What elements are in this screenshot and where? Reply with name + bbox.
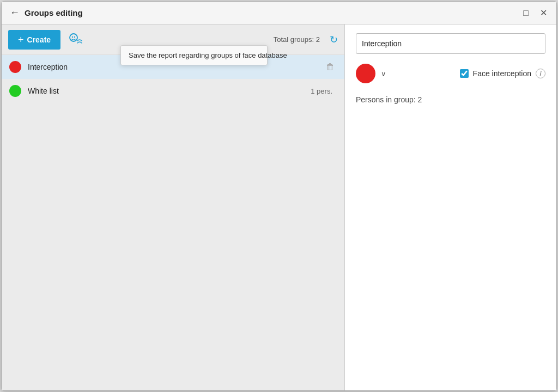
face-interception-checkbox[interactable]: [460, 69, 469, 78]
group-item[interactable]: White list 1 pers.: [2, 79, 344, 103]
plus-icon: +: [18, 35, 24, 45]
persons-count: Persons in group: 2: [356, 95, 545, 104]
delete-group-button[interactable]: 🗑: [324, 60, 337, 74]
main-window: ← Groups editing □ ✕ + Create: [1, 1, 557, 391]
face-db-icon-wrapper: Save the report regarding groups of face…: [66, 30, 86, 50]
minimize-button[interactable]: □: [519, 7, 532, 20]
total-groups-label: Total groups: 2: [274, 35, 320, 44]
face-db-button[interactable]: [66, 30, 86, 50]
group-item-name: Interception: [28, 63, 319, 71]
color-row: ∨ Face interception i: [356, 64, 545, 83]
group-list: Interception 🗑 White list 1 pers.: [2, 55, 344, 390]
svg-point-1: [72, 36, 73, 37]
delete-icon: 🗑: [326, 62, 335, 72]
group-color-dot: [9, 85, 21, 97]
window-title: Groups editing: [25, 8, 519, 17]
refresh-icon: ↻: [330, 34, 338, 45]
create-button[interactable]: + Create: [8, 30, 60, 50]
group-item[interactable]: Interception 🗑: [2, 55, 344, 79]
svg-point-2: [74, 36, 75, 37]
close-button[interactable]: ✕: [537, 7, 550, 20]
group-color-dot: [9, 61, 21, 73]
face-db-icon: [67, 31, 84, 48]
refresh-button[interactable]: ↻: [330, 34, 338, 46]
window-controls: □ ✕: [519, 7, 550, 20]
face-interception-label: Face interception i: [460, 69, 545, 78]
right-panel: ∨ Face interception i Persons in group: …: [345, 24, 556, 390]
left-panel: + Create: [2, 24, 345, 390]
left-toolbar: + Create: [2, 24, 344, 55]
info-icon: i: [536, 69, 545, 78]
back-button[interactable]: ←: [8, 7, 21, 20]
color-picker-button[interactable]: [356, 64, 375, 83]
title-bar: ← Groups editing □ ✕: [2, 2, 556, 24]
main-content: + Create: [2, 24, 556, 390]
group-item-count: 1 pers.: [311, 87, 332, 95]
group-item-name: White list: [28, 87, 311, 95]
group-name-input[interactable]: [356, 33, 545, 54]
chevron-down-icon[interactable]: ∨: [379, 68, 389, 80]
